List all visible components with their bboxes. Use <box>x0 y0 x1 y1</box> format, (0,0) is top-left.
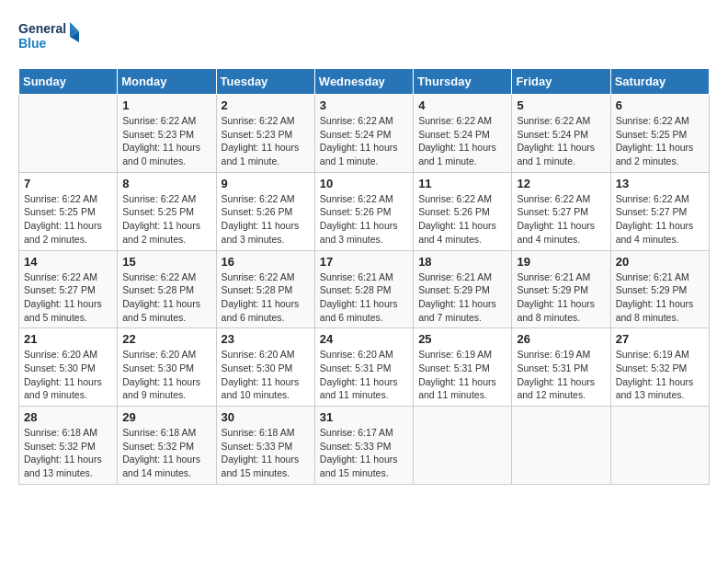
cell-info: Sunrise: 6:22 AM Sunset: 5:25 PM Dayligh… <box>122 192 210 247</box>
weekday-header-monday: Monday <box>118 69 216 95</box>
calendar-cell: 18Sunrise: 6:21 AM Sunset: 5:29 PM Dayli… <box>414 250 512 328</box>
day-number: 16 <box>222 255 310 269</box>
day-number: 14 <box>24 255 112 269</box>
calendar-cell: 23Sunrise: 6:20 AM Sunset: 5:30 PM Dayli… <box>216 328 314 407</box>
day-number: 24 <box>320 332 408 346</box>
calendar-cell: 15Sunrise: 6:22 AM Sunset: 5:28 PM Dayli… <box>118 250 216 328</box>
calendar-cell: 17Sunrise: 6:21 AM Sunset: 5:28 PM Dayli… <box>314 250 413 328</box>
cell-info: Sunrise: 6:20 AM Sunset: 5:31 PM Dayligh… <box>320 348 408 402</box>
week-row-2: 7Sunrise: 6:22 AM Sunset: 5:25 PM Daylig… <box>19 172 710 250</box>
week-row-1: 1Sunrise: 6:22 AM Sunset: 5:23 PM Daylig… <box>19 95 710 173</box>
cell-info: Sunrise: 6:18 AM Sunset: 5:32 PM Dayligh… <box>24 426 112 480</box>
cell-info: Sunrise: 6:22 AM Sunset: 5:25 PM Dayligh… <box>24 192 112 247</box>
week-row-3: 14Sunrise: 6:22 AM Sunset: 5:27 PM Dayli… <box>19 250 710 328</box>
cell-info: Sunrise: 6:22 AM Sunset: 5:27 PM Dayligh… <box>517 192 605 247</box>
day-number: 6 <box>616 98 704 112</box>
day-number: 4 <box>418 98 506 112</box>
day-number: 3 <box>320 98 408 112</box>
calendar-cell: 3Sunrise: 6:22 AM Sunset: 5:24 PM Daylig… <box>314 95 413 173</box>
day-number: 2 <box>222 98 310 112</box>
weekday-header-sunday: Sunday <box>19 69 118 95</box>
page-header: General Blue <box>18 18 710 59</box>
logo-svg: General Blue <box>18 18 83 59</box>
calendar-cell: 20Sunrise: 6:21 AM Sunset: 5:29 PM Dayli… <box>610 250 709 328</box>
cell-info: Sunrise: 6:22 AM Sunset: 5:24 PM Dayligh… <box>418 114 506 168</box>
calendar-cell: 1Sunrise: 6:22 AM Sunset: 5:23 PM Daylig… <box>118 95 216 173</box>
cell-info: Sunrise: 6:22 AM Sunset: 5:27 PM Dayligh… <box>24 270 112 325</box>
cell-info: Sunrise: 6:21 AM Sunset: 5:29 PM Dayligh… <box>517 270 605 325</box>
weekday-header-tuesday: Tuesday <box>216 69 314 95</box>
cell-info: Sunrise: 6:17 AM Sunset: 5:33 PM Dayligh… <box>320 426 408 480</box>
calendar-cell: 25Sunrise: 6:19 AM Sunset: 5:31 PM Dayli… <box>414 328 512 407</box>
logo: General Blue <box>18 18 83 59</box>
cell-info: Sunrise: 6:22 AM Sunset: 5:26 PM Dayligh… <box>418 192 506 247</box>
calendar-cell: 24Sunrise: 6:20 AM Sunset: 5:31 PM Dayli… <box>314 328 413 407</box>
cell-info: Sunrise: 6:19 AM Sunset: 5:31 PM Dayligh… <box>517 348 605 402</box>
day-number: 18 <box>418 255 506 269</box>
day-number: 17 <box>320 255 408 269</box>
cell-info: Sunrise: 6:19 AM Sunset: 5:32 PM Dayligh… <box>616 348 704 402</box>
calendar-cell: 9Sunrise: 6:22 AM Sunset: 5:26 PM Daylig… <box>216 172 314 250</box>
calendar-cell: 27Sunrise: 6:19 AM Sunset: 5:32 PM Dayli… <box>610 328 709 407</box>
calendar-cell <box>414 407 512 485</box>
weekday-header-friday: Friday <box>512 69 610 95</box>
calendar-cell <box>610 407 709 485</box>
calendar-cell: 4Sunrise: 6:22 AM Sunset: 5:24 PM Daylig… <box>414 95 512 173</box>
calendar-cell: 16Sunrise: 6:22 AM Sunset: 5:28 PM Dayli… <box>216 250 314 328</box>
day-number: 30 <box>222 410 310 424</box>
cell-info: Sunrise: 6:21 AM Sunset: 5:29 PM Dayligh… <box>418 270 506 325</box>
day-number: 28 <box>24 410 112 424</box>
day-number: 1 <box>122 98 210 112</box>
cell-info: Sunrise: 6:18 AM Sunset: 5:33 PM Dayligh… <box>222 426 310 480</box>
day-number: 13 <box>616 177 704 190</box>
day-number: 23 <box>222 332 310 346</box>
day-number: 21 <box>24 332 112 346</box>
calendar-cell: 21Sunrise: 6:20 AM Sunset: 5:30 PM Dayli… <box>19 328 118 407</box>
calendar-cell: 2Sunrise: 6:22 AM Sunset: 5:23 PM Daylig… <box>216 95 314 173</box>
svg-text:Blue: Blue <box>18 36 47 51</box>
cell-info: Sunrise: 6:22 AM Sunset: 5:28 PM Dayligh… <box>122 270 210 325</box>
cell-info: Sunrise: 6:21 AM Sunset: 5:28 PM Dayligh… <box>320 270 408 325</box>
week-row-4: 21Sunrise: 6:20 AM Sunset: 5:30 PM Dayli… <box>19 328 710 407</box>
day-number: 31 <box>320 410 408 424</box>
cell-info: Sunrise: 6:20 AM Sunset: 5:30 PM Dayligh… <box>222 348 310 402</box>
cell-info: Sunrise: 6:18 AM Sunset: 5:32 PM Dayligh… <box>122 426 210 480</box>
weekday-header-thursday: Thursday <box>414 69 512 95</box>
calendar-cell: 22Sunrise: 6:20 AM Sunset: 5:30 PM Dayli… <box>118 328 216 407</box>
cell-info: Sunrise: 6:20 AM Sunset: 5:30 PM Dayligh… <box>24 348 112 402</box>
calendar-cell <box>512 407 610 485</box>
day-number: 11 <box>418 177 506 190</box>
calendar-cell: 31Sunrise: 6:17 AM Sunset: 5:33 PM Dayli… <box>314 407 413 485</box>
calendar-cell: 14Sunrise: 6:22 AM Sunset: 5:27 PM Dayli… <box>19 250 118 328</box>
weekday-header-saturday: Saturday <box>610 69 709 95</box>
cell-info: Sunrise: 6:22 AM Sunset: 5:28 PM Dayligh… <box>222 270 310 325</box>
calendar-cell: 6Sunrise: 6:22 AM Sunset: 5:25 PM Daylig… <box>610 95 709 173</box>
day-number: 8 <box>122 177 210 190</box>
calendar-cell: 29Sunrise: 6:18 AM Sunset: 5:32 PM Dayli… <box>118 407 216 485</box>
calendar-cell: 5Sunrise: 6:22 AM Sunset: 5:24 PM Daylig… <box>512 95 610 173</box>
cell-info: Sunrise: 6:19 AM Sunset: 5:31 PM Dayligh… <box>418 348 506 402</box>
calendar-cell: 12Sunrise: 6:22 AM Sunset: 5:27 PM Dayli… <box>512 172 610 250</box>
day-number: 15 <box>122 255 210 269</box>
day-number: 19 <box>517 255 605 269</box>
weekday-header-row: SundayMondayTuesdayWednesdayThursdayFrid… <box>19 69 710 95</box>
cell-info: Sunrise: 6:21 AM Sunset: 5:29 PM Dayligh… <box>616 270 704 325</box>
calendar-cell: 30Sunrise: 6:18 AM Sunset: 5:33 PM Dayli… <box>216 407 314 485</box>
calendar-cell: 28Sunrise: 6:18 AM Sunset: 5:32 PM Dayli… <box>19 407 118 485</box>
day-number: 29 <box>122 410 210 424</box>
calendar-table: SundayMondayTuesdayWednesdayThursdayFrid… <box>18 68 710 485</box>
cell-info: Sunrise: 6:22 AM Sunset: 5:25 PM Dayligh… <box>616 114 704 168</box>
day-number: 27 <box>616 332 704 346</box>
day-number: 22 <box>122 332 210 346</box>
day-number: 26 <box>517 332 605 346</box>
day-number: 5 <box>517 98 605 112</box>
calendar-cell: 11Sunrise: 6:22 AM Sunset: 5:26 PM Dayli… <box>414 172 512 250</box>
calendar-cell: 13Sunrise: 6:22 AM Sunset: 5:27 PM Dayli… <box>610 172 709 250</box>
day-number: 10 <box>320 177 408 190</box>
cell-info: Sunrise: 6:22 AM Sunset: 5:26 PM Dayligh… <box>320 192 408 247</box>
day-number: 7 <box>24 177 112 190</box>
calendar-cell: 26Sunrise: 6:19 AM Sunset: 5:31 PM Dayli… <box>512 328 610 407</box>
calendar-cell: 10Sunrise: 6:22 AM Sunset: 5:26 PM Dayli… <box>314 172 413 250</box>
day-number: 9 <box>222 177 310 190</box>
cell-info: Sunrise: 6:22 AM Sunset: 5:24 PM Dayligh… <box>320 114 408 168</box>
